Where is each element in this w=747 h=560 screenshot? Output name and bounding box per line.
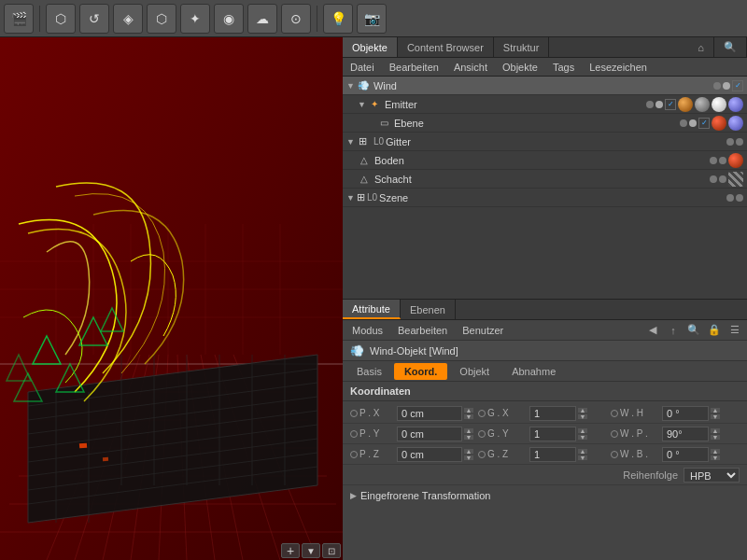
toolbar-btn-shape6[interactable]: ⊙: [281, 4, 311, 34]
input-pz[interactable]: [397, 447, 462, 462]
radio-gx[interactable]: [478, 410, 486, 417]
toolbar-btn-shape1[interactable]: ◈: [113, 4, 143, 34]
radio-wb[interactable]: [611, 451, 618, 458]
obj-arrow-emitter[interactable]: ▼: [358, 100, 366, 109]
object-row-szene[interactable]: ▼ ⊞ L0 Szene: [343, 189, 747, 207]
obj-dot1-szene[interactable]: [726, 194, 734, 202]
mat-checker-schacht[interactable]: [728, 172, 743, 187]
obj-arrow-wind[interactable]: ▼: [346, 81, 355, 91]
menu-datei[interactable]: Datei: [343, 60, 382, 75]
mat-sphere-emitter1[interactable]: [678, 97, 693, 112]
object-row-boden[interactable]: △ Boden: [343, 151, 747, 170]
toolbar-btn-shape5[interactable]: ☁: [247, 4, 277, 34]
object-row-emitter[interactable]: ▼ ✦ Emitter ✓: [343, 95, 747, 114]
mat-sphere-boden[interactable]: [728, 153, 743, 168]
input-wh[interactable]: [662, 406, 709, 421]
attr-icon-menu[interactable]: ☰: [726, 323, 743, 338]
step-down-wh[interactable]: ▼: [710, 413, 721, 420]
step-up-wh[interactable]: ▲: [710, 407, 721, 413]
input-gy[interactable]: [529, 427, 576, 441]
subtab-objekt[interactable]: Objekt: [449, 363, 500, 380]
step-up-py[interactable]: ▲: [463, 427, 474, 434]
attr-bearbeiten-btn[interactable]: Bearbeiten: [392, 324, 453, 337]
menu-lesezeichen[interactable]: Lesezeichen: [582, 60, 655, 75]
mat-sphere-emitter2[interactable]: [695, 97, 710, 112]
object-row-schacht[interactable]: △ Schacht: [343, 170, 747, 189]
toolbar-btn-cube[interactable]: ⬡: [46, 4, 76, 34]
step-down-gx[interactable]: ▼: [577, 413, 588, 420]
step-up-px[interactable]: ▲: [463, 407, 474, 413]
tab-content-browser[interactable]: Content Browser: [398, 37, 494, 57]
input-wp[interactable]: [662, 427, 709, 441]
input-px[interactable]: [397, 406, 462, 421]
input-gx[interactable]: [529, 406, 576, 421]
subtab-abnahme[interactable]: Abnahme: [501, 363, 566, 380]
subtab-basis[interactable]: Basis: [346, 363, 392, 380]
step-up-gx[interactable]: ▲: [577, 407, 588, 413]
mat-sphere-ebene1[interactable]: [712, 116, 726, 131]
frozen-row[interactable]: ▶ Eingefrorene Transformation: [343, 485, 747, 506]
step-down-gz[interactable]: ▼: [577, 455, 588, 461]
object-row-wind[interactable]: ▼ 💨 Wind ✓: [343, 77, 747, 95]
step-up-gy[interactable]: ▲: [577, 427, 588, 434]
obj-dot1-emitter[interactable]: [646, 101, 654, 108]
attr-benutzer-btn[interactable]: Benutzer: [457, 324, 509, 337]
step-down-gy[interactable]: ▼: [577, 434, 588, 441]
obj-dot1-boden[interactable]: [710, 157, 717, 164]
radio-py[interactable]: [350, 430, 358, 438]
vp-arrow-down-btn[interactable]: ▼: [302, 543, 320, 558]
tab-attribute[interactable]: Attribute: [343, 300, 401, 319]
obj-check-emitter[interactable]: ✓: [665, 99, 676, 110]
obj-dot2-emitter[interactable]: [655, 101, 663, 108]
attr-icon-search[interactable]: 🔍: [685, 323, 702, 338]
toolbar-btn-shape3[interactable]: ✦: [180, 4, 210, 34]
toolbar-btn-film[interactable]: 🎬: [4, 4, 34, 34]
step-down-pz[interactable]: ▼: [463, 455, 474, 461]
mat-sphere-emitter3[interactable]: [712, 97, 726, 112]
radio-gz[interactable]: [478, 451, 486, 458]
radio-px[interactable]: [350, 410, 358, 417]
radio-wp[interactable]: [611, 430, 618, 438]
obj-dot2-gitter[interactable]: [736, 138, 743, 146]
obj-dot2-szene[interactable]: [736, 194, 743, 202]
obj-dot1-wind[interactable]: [713, 82, 721, 90]
attr-icon-back[interactable]: ◀: [644, 323, 661, 338]
obj-check-wind[interactable]: ✓: [732, 80, 743, 91]
input-gz[interactable]: [529, 447, 576, 462]
toolbar-btn-shape2[interactable]: ⬡: [147, 4, 176, 34]
tab-objekte[interactable]: Objekte: [343, 37, 398, 57]
step-down-py[interactable]: ▼: [463, 434, 474, 441]
object-row-gitter[interactable]: ▼ ⊞ L0 Gitter: [343, 133, 747, 151]
tab-search-icon[interactable]: 🔍: [714, 37, 747, 57]
toolbar-btn-rotate[interactable]: ↺: [79, 4, 109, 34]
obj-arrow-gitter[interactable]: ▼: [346, 137, 355, 147]
attr-icon-lock[interactable]: 🔒: [706, 323, 723, 338]
reihenfolge-select[interactable]: HPB PHB BPH: [684, 468, 740, 483]
step-up-wb[interactable]: ▲: [710, 448, 721, 455]
radio-wh[interactable]: [611, 410, 618, 417]
radio-gy[interactable]: [478, 430, 486, 438]
step-down-px[interactable]: ▼: [463, 413, 474, 420]
tab-struktur[interactable]: Struktur: [494, 37, 550, 57]
objects-list[interactable]: ▼ 💨 Wind ✓ ▼ ✦ Emitter: [343, 77, 747, 299]
attr-modus-btn[interactable]: Modus: [346, 324, 388, 337]
step-down-wp[interactable]: ▼: [710, 434, 721, 441]
obj-dot2-ebene[interactable]: [689, 119, 697, 127]
menu-bearbeiten[interactable]: Bearbeiten: [382, 60, 446, 75]
attr-icon-arrow[interactable]: ↑: [665, 323, 682, 338]
mat-sphere-emitter4[interactable]: [728, 97, 743, 112]
menu-objekte[interactable]: Objekte: [495, 60, 545, 75]
obj-dot2-schacht[interactable]: [719, 175, 726, 183]
object-row-ebene[interactable]: ▶ ▭ Ebene ✓: [343, 114, 747, 133]
menu-ansicht[interactable]: Ansicht: [446, 60, 495, 75]
input-wb[interactable]: [662, 447, 709, 462]
obj-dot2-wind[interactable]: [723, 82, 730, 90]
obj-arrow-szene[interactable]: ▼: [346, 193, 355, 203]
step-up-gz[interactable]: ▲: [577, 448, 588, 455]
obj-dot1-gitter[interactable]: [726, 138, 734, 146]
obj-dot2-boden[interactable]: [719, 157, 726, 164]
toolbar-btn-shape4[interactable]: ◉: [214, 4, 244, 34]
tab-home-icon[interactable]: ⌂: [688, 37, 714, 57]
subtab-koord[interactable]: Koord.: [394, 363, 447, 380]
mat-sphere-ebene2[interactable]: [728, 116, 743, 131]
